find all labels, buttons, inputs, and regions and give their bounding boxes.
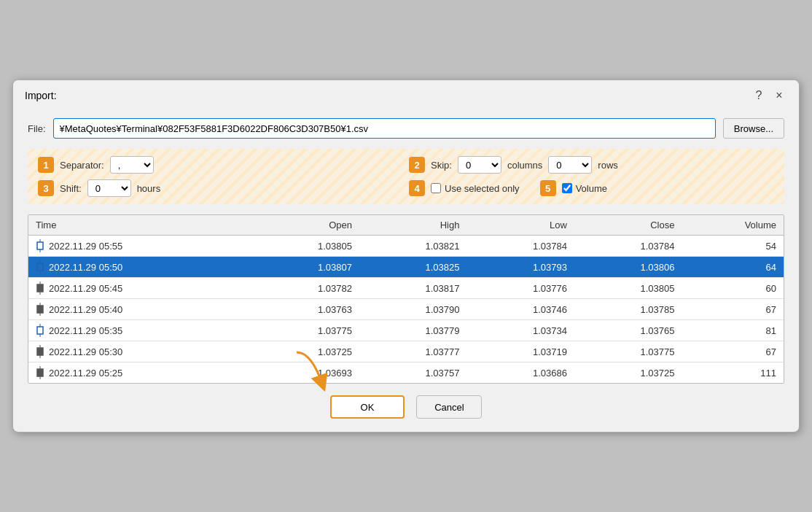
col-open: Open [251,215,359,236]
svg-rect-16 [37,348,43,355]
time-value: 2022.11.29 05:40 [49,304,122,315]
separator-select[interactable]: , ; Tab [110,156,154,174]
table-header: Time Open High Low Close Volume [28,215,784,236]
cell-volume: 67 [682,299,784,320]
dialog-content: File: Browse... 1 Separator: , ; Tab 2 S… [13,108,799,432]
time-value: 2022.11.29 05:55 [49,241,122,252]
close-button[interactable]: × [771,88,787,104]
table-row[interactable]: 2022.11.29 05:351.037751.037791.037341.0… [28,320,784,341]
dialog-title: Import: [25,90,57,101]
cell-close: 1.03805 [574,278,682,299]
cell-time: 2022.11.29 05:35 [28,320,251,341]
step2-badge: 2 [409,157,425,173]
table-row[interactable]: 2022.11.29 05:251.036931.037571.036861.0… [28,362,784,384]
title-bar-buttons: ? × [751,88,787,104]
step4-badge: 4 [409,180,425,196]
step3-row: 3 Shift: 01-1 hours [38,179,403,197]
browse-button[interactable]: Browse... [723,118,784,139]
cell-time: 2022.11.29 05:30 [28,341,251,362]
cell-high: 1.03817 [359,278,466,299]
table-row[interactable]: 2022.11.29 05:401.037631.037901.037461.0… [28,299,784,320]
columns-label: columns [507,160,542,171]
cell-open: 1.03725 [251,341,359,362]
table-row[interactable]: 2022.11.29 05:301.037251.037771.037191.0… [28,341,784,362]
table-body: 2022.11.29 05:551.038051.038211.037841.0… [28,236,784,384]
file-input[interactable] [53,118,716,139]
file-label: File: [28,123,46,134]
file-row: File: Browse... [28,118,784,139]
time-value: 2022.11.29 05:45 [49,283,122,294]
svg-rect-20 [40,376,41,379]
step1-label: Separator: [60,160,104,171]
cell-open: 1.03693 [251,362,359,384]
col-high: High [359,215,466,236]
svg-rect-1 [37,242,43,249]
skip-rows-select[interactable]: 012 [548,156,592,174]
cell-close: 1.03765 [574,320,682,341]
cancel-button[interactable]: Cancel [416,395,482,419]
cell-high: 1.03825 [359,257,466,278]
skip-columns-select[interactable]: 012 [458,156,501,174]
cell-high: 1.03777 [359,341,466,362]
cell-open: 1.03782 [251,278,359,299]
table-scroll[interactable]: Time Open High Low Close Volume 2022.11.… [28,215,784,383]
time-value: 2022.11.29 05:25 [49,368,122,379]
ok-button[interactable]: OK [330,395,405,419]
cell-high: 1.03821 [359,236,466,257]
candle-icon [36,324,44,337]
step4-label: Use selected only [445,183,520,194]
cell-time: 2022.11.29 05:50 [28,257,251,277]
data-table-wrapper: Time Open High Low Close Volume 2022.11.… [28,214,784,384]
volume-checkbox[interactable] [562,183,572,193]
step2-label: Skip: [431,160,452,171]
cell-close: 1.03775 [574,341,682,362]
col-volume: Volume [682,215,784,236]
cell-low: 1.03719 [466,341,574,362]
cell-time: 2022.11.29 05:55 [28,236,251,256]
cell-time: 2022.11.29 05:45 [28,278,251,298]
svg-rect-17 [40,355,41,358]
time-value: 2022.11.29 05:30 [49,346,122,357]
cell-low: 1.03784 [466,236,574,257]
use-selected-only-checkbox[interactable] [431,183,441,193]
shift-select[interactable]: 01-1 [87,179,131,197]
cell-volume: 64 [682,257,784,278]
buttons-row: OK Cancel [28,395,784,419]
col-close: Close [574,215,682,236]
cell-volume: 60 [682,278,784,299]
hours-label: hours [137,183,161,194]
cell-time: 2022.11.29 05:40 [28,299,251,319]
cell-open: 1.03805 [251,236,359,257]
cell-open: 1.03763 [251,299,359,320]
step3-label: Shift: [60,183,82,194]
table-row[interactable]: 2022.11.29 05:501.038071.038251.037931.0… [28,257,784,278]
candle-icon [36,303,44,316]
step5-label: Volume [576,183,607,194]
cell-low: 1.03776 [466,278,574,299]
svg-rect-2 [40,249,41,252]
cell-close: 1.03785 [574,299,682,320]
step5-badge: 5 [540,180,556,196]
data-table: Time Open High Low Close Volume 2022.11.… [28,215,784,383]
svg-rect-7 [37,284,43,292]
cell-high: 1.03779 [359,320,466,341]
buttons-container: OK Cancel [28,395,784,419]
svg-rect-4 [37,263,43,271]
cell-close: 1.03806 [574,257,682,278]
table-row[interactable]: 2022.11.29 05:451.037821.038171.037761.0… [28,278,784,299]
svg-rect-14 [40,334,41,337]
title-bar: Import: ? × [13,80,799,108]
help-button[interactable]: ? [751,88,767,104]
controls-section: 1 Separator: , ; Tab 2 Skip: 012 columns… [28,149,784,204]
cell-volume: 111 [682,362,784,384]
cell-time: 2022.11.29 05:25 [28,362,251,383]
table-row[interactable]: 2022.11.29 05:551.038051.038211.037841.0… [28,236,784,257]
cell-volume: 54 [682,236,784,257]
use-selected-only-wrapper: Use selected only [431,183,520,194]
cell-volume: 81 [682,320,784,341]
step2-row: 2 Skip: 012 columns 012 rows [409,156,774,174]
cell-high: 1.03757 [359,362,466,384]
import-dialog: Import: ? × File: Browse... 1 Separator:… [12,79,800,433]
svg-rect-5 [40,271,41,274]
volume-wrapper: Volume [562,183,607,194]
